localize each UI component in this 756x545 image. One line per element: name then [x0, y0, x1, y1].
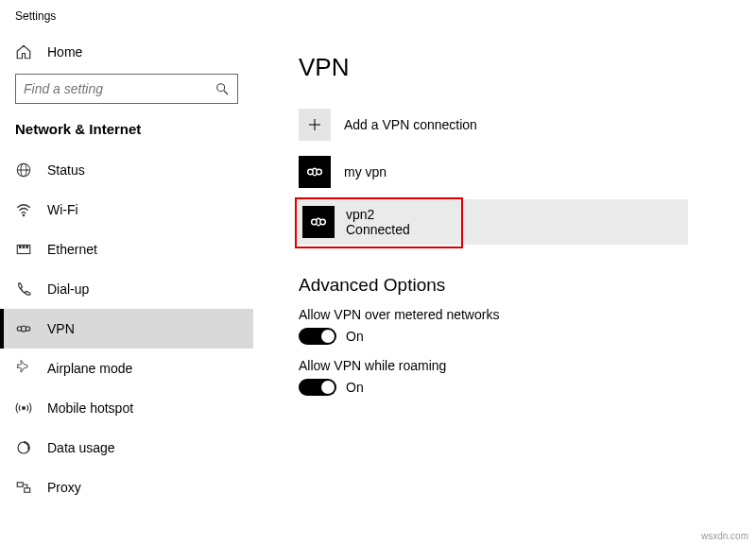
svg-point-12 [23, 407, 26, 410]
sidebar-label: Ethernet [47, 242, 97, 257]
sidebar-label: Dial-up [47, 281, 89, 297]
sidebar-item-ethernet[interactable]: Ethernet [0, 230, 253, 269]
vpn-name: my vpn [344, 164, 387, 179]
sidebar-item-wifi[interactable]: Wi-Fi [0, 190, 253, 230]
sidebar-label: Mobile hotspot [47, 400, 133, 416]
add-vpn-button[interactable]: Add a VPN connection [299, 101, 737, 148]
sidebar-item-datausage[interactable]: Data usage [0, 428, 253, 468]
airplane-icon [15, 360, 32, 377]
svg-rect-15 [25, 488, 30, 493]
vpn-entry-vpn2[interactable]: vpn2 Connected [297, 199, 688, 245]
ethernet-icon [15, 241, 32, 258]
vpn-entry-myvpn[interactable]: my vpn [299, 148, 737, 196]
category-header: Network & Internet [0, 121, 253, 150]
page-title: VPN [299, 53, 737, 82]
sidebar-label: Wi-Fi [47, 202, 78, 217]
svg-rect-7 [20, 246, 22, 248]
metered-toggle[interactable] [299, 328, 336, 345]
sidebar-label: Status [47, 162, 85, 178]
metered-label: Allow VPN over metered networks [299, 307, 737, 322]
sidebar-label: Airplane mode [47, 361, 132, 376]
roaming-state: On [346, 380, 364, 395]
watermark: wsxdn.com [701, 531, 748, 541]
globe-icon [15, 162, 32, 179]
svg-rect-14 [17, 483, 23, 487]
phone-icon [15, 281, 32, 298]
vpn-name: vpn2 [346, 207, 410, 222]
sidebar-label: VPN [47, 321, 75, 336]
sidebar-item-status[interactable]: Status [0, 150, 253, 190]
window-title: Settings [0, 0, 756, 28]
svg-line-1 [224, 91, 228, 94]
main-content: VPN Add a VPN connection my vpn vpn2 [253, 28, 756, 545]
vpn-tile-icon [302, 206, 335, 238]
sidebar-label: Proxy [47, 480, 81, 495]
svg-rect-8 [23, 246, 25, 248]
sidebar-item-dialup[interactable]: Dial-up [0, 269, 253, 309]
vpn-icon [15, 320, 32, 337]
svg-point-0 [217, 84, 225, 92]
svg-rect-9 [26, 246, 28, 248]
roaming-toggle[interactable] [299, 379, 336, 396]
sidebar-label: Data usage [47, 440, 115, 455]
sidebar: Home Network & Internet Status Wi-Fi [0, 28, 253, 545]
sidebar-item-proxy[interactable]: Proxy [0, 468, 253, 507]
vpn-status: Connected [346, 222, 410, 237]
plus-icon [299, 109, 331, 141]
search-input[interactable] [15, 74, 238, 104]
datausage-icon [15, 439, 32, 456]
sidebar-item-hotspot[interactable]: Mobile hotspot [0, 388, 253, 428]
wifi-icon [15, 201, 32, 218]
home-nav-item[interactable]: Home [0, 34, 253, 74]
search-field[interactable] [24, 81, 215, 96]
hotspot-icon [15, 400, 32, 417]
roaming-label: Allow VPN while roaming [299, 358, 737, 373]
sidebar-item-vpn[interactable]: VPN [0, 309, 253, 349]
home-label: Home [47, 44, 82, 60]
proxy-icon [15, 479, 32, 496]
advanced-options-heading: Advanced Options [299, 275, 737, 296]
sidebar-item-airplane[interactable]: Airplane mode [0, 349, 253, 388]
search-icon [215, 81, 230, 96]
add-vpn-label: Add a VPN connection [344, 117, 477, 132]
vpn-tile-icon [299, 156, 331, 188]
metered-state: On [346, 329, 364, 344]
home-icon [15, 43, 32, 60]
svg-point-5 [23, 214, 25, 216]
